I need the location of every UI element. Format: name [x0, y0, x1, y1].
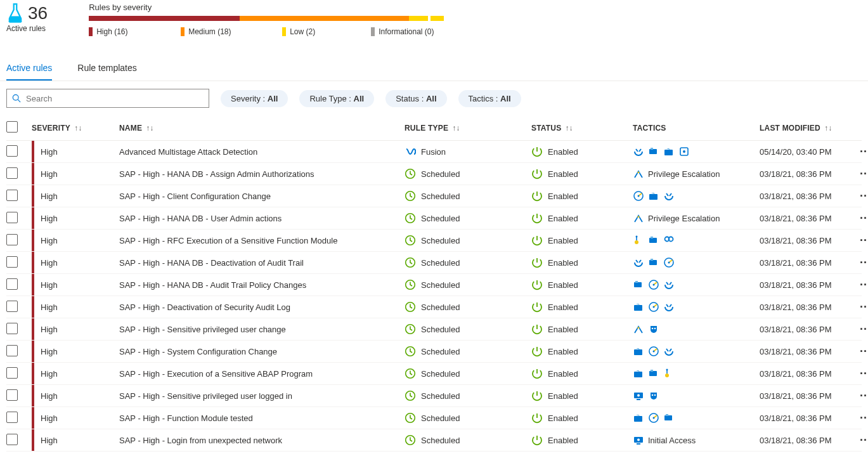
tactic-privilege-escalation-icon: [633, 212, 644, 224]
col-modified[interactable]: LAST MODIFIED↑↓: [760, 124, 857, 133]
row-checkbox[interactable]: [6, 145, 18, 157]
cell-tactics: Privilege Escalation: [633, 168, 760, 179]
row-checkbox[interactable]: [6, 278, 18, 290]
col-severity[interactable]: SEVERITY↑↓: [32, 124, 119, 133]
table-row[interactable]: HighSAP - High - Execution of a Sensitiv…: [6, 363, 862, 385]
row-actions-button[interactable]: ···: [857, 278, 868, 292]
table-row[interactable]: HighSAP - High - HANA DB - Deactivation …: [6, 252, 862, 274]
cell-ruletype: Scheduled: [405, 212, 531, 224]
cell-name: SAP - High - HANA DB - Audit Trail Polic…: [119, 280, 405, 290]
tactic-exfiltration-icon: [633, 346, 644, 357]
legend-medium: Medium (18): [181, 27, 282, 36]
search-input[interactable]: [25, 93, 204, 104]
row-actions-button[interactable]: ···: [857, 434, 868, 447]
cell-status: Enabled: [531, 146, 633, 157]
table-row[interactable]: HighSAP - High - HANA DB - Assign Admin …: [6, 163, 862, 185]
col-name[interactable]: NAME↑↓: [119, 124, 405, 133]
cell-ruletype: Scheduled: [405, 323, 531, 335]
row-actions-button[interactable]: ···: [857, 345, 868, 358]
tactic-label: Initial Access: [648, 436, 696, 445]
filter-tactics[interactable]: Tactics : All: [458, 90, 521, 107]
row-checkbox[interactable]: [6, 212, 18, 223]
select-all-checkbox[interactable]: [6, 121, 18, 133]
tactic-defense-evasion-icon: [633, 190, 644, 202]
cell-name: SAP - High - Client Configuration Change: [119, 192, 405, 201]
col-ruletype[interactable]: RULE TYPE↑↓: [405, 124, 531, 133]
cell-severity: High: [32, 341, 119, 362]
row-checkbox[interactable]: [6, 256, 18, 268]
row-checkbox[interactable]: [6, 412, 18, 423]
row-checkbox[interactable]: [6, 389, 18, 401]
cell-ruletype: Scheduled: [405, 390, 531, 401]
cell-status: Enabled: [531, 368, 633, 379]
cell-modified: 03/18/21, 08:36 PM: [760, 169, 857, 179]
row-actions-button[interactable]: ···: [857, 145, 868, 159]
table-row[interactable]: HighSAP - High - Function Module testedS…: [6, 407, 862, 429]
cell-tactics: [633, 301, 760, 313]
row-actions-button[interactable]: ···: [857, 367, 868, 380]
tactic-impact-icon: [633, 257, 644, 268]
table-row[interactable]: HighSAP - High - Sensitive privileged us…: [6, 385, 862, 407]
cell-name: SAP - High - Function Module tested: [119, 413, 405, 423]
search-box[interactable]: [6, 89, 209, 108]
row-actions-button[interactable]: ···: [857, 212, 868, 225]
table-row[interactable]: HighSAP - High - Client Configuration Ch…: [6, 185, 862, 207]
filter-severity[interactable]: Severity : All: [221, 90, 288, 107]
tactic-command-and-control-icon: [678, 146, 690, 157]
cell-tactics: [633, 190, 760, 202]
cell-severity: High: [32, 407, 119, 429]
row-checkbox[interactable]: [6, 234, 18, 245]
cell-name: SAP - High - RFC Execution of a Sensitiv…: [119, 236, 405, 245]
cell-ruletype: Scheduled: [405, 434, 531, 446]
active-rules-count: 36: [28, 4, 48, 23]
cell-severity: High: [32, 274, 119, 296]
table-row[interactable]: HighSAP - High - System Configuration Ch…: [6, 341, 862, 363]
cell-name: SAP - High - Sensitive privileged user l…: [119, 391, 405, 401]
table-row[interactable]: HighSAP - High - Login from unexpected n…: [6, 429, 862, 452]
cell-severity: High: [32, 207, 119, 229]
table-row[interactable]: HighSAP - High - RFC Execution of a Sens…: [6, 230, 862, 252]
row-checkbox[interactable]: [6, 190, 18, 201]
filter-ruletype[interactable]: Rule Type : All: [299, 90, 374, 107]
tactic-defense-evasion-icon: [648, 412, 659, 424]
row-actions-button[interactable]: ···: [857, 389, 868, 403]
row-actions-button[interactable]: ···: [857, 167, 868, 181]
row-checkbox[interactable]: [6, 323, 18, 334]
row-actions-button[interactable]: ···: [857, 234, 868, 247]
row-actions-button[interactable]: ···: [857, 412, 868, 425]
row-checkbox[interactable]: [6, 434, 18, 445]
tab-active-rules[interactable]: Active rules: [6, 59, 52, 81]
search-icon: [12, 94, 21, 103]
cell-modified: 03/18/21, 08:36 PM: [760, 192, 857, 201]
tactic-initial-access-icon: [633, 434, 644, 446]
cell-tactics: [633, 323, 760, 335]
table-row[interactable]: HighSAP - High - HANA DB - Audit Trail P…: [6, 274, 862, 296]
row-actions-button[interactable]: ···: [857, 301, 868, 314]
col-tactics[interactable]: TACTICS: [633, 124, 760, 133]
table-row[interactable]: HighSAP - High - HANA DB - User Admin ac…: [6, 207, 862, 230]
row-actions-button[interactable]: ···: [857, 256, 868, 270]
table-row[interactable]: HighSAP - High - Deactivation of Securit…: [6, 296, 862, 318]
cell-ruletype: Scheduled: [405, 368, 531, 379]
filter-status[interactable]: Status : All: [385, 90, 446, 107]
cell-ruletype: Scheduled: [405, 301, 531, 313]
tactic-label: Privilege Escalation: [648, 214, 720, 223]
severity-title: Rules by severity: [89, 3, 444, 12]
row-actions-button[interactable]: ···: [857, 190, 868, 203]
tab-rule-templates[interactable]: Rule templates: [77, 59, 136, 81]
table-row[interactable]: HighSAP - High - Sensitive privileged us…: [6, 318, 862, 341]
legend-info: Informational (0): [371, 27, 434, 36]
row-actions-button[interactable]: ···: [857, 323, 868, 336]
row-checkbox[interactable]: [6, 167, 18, 179]
cell-status: Enabled: [531, 390, 633, 401]
tactic-collection-icon: [633, 279, 644, 290]
cell-tactics: Initial Access: [633, 434, 760, 446]
cell-tactics: [633, 279, 760, 290]
col-status[interactable]: STATUS↑↓: [531, 124, 633, 133]
cell-severity: High: [32, 252, 119, 273]
table-row[interactable]: HighAdvanced Multistage Attack Detection…: [6, 141, 862, 163]
row-checkbox[interactable]: [6, 367, 18, 379]
cell-name: SAP - High - Sensitive privileged user c…: [119, 325, 405, 334]
row-checkbox[interactable]: [6, 345, 18, 356]
row-checkbox[interactable]: [6, 301, 18, 312]
